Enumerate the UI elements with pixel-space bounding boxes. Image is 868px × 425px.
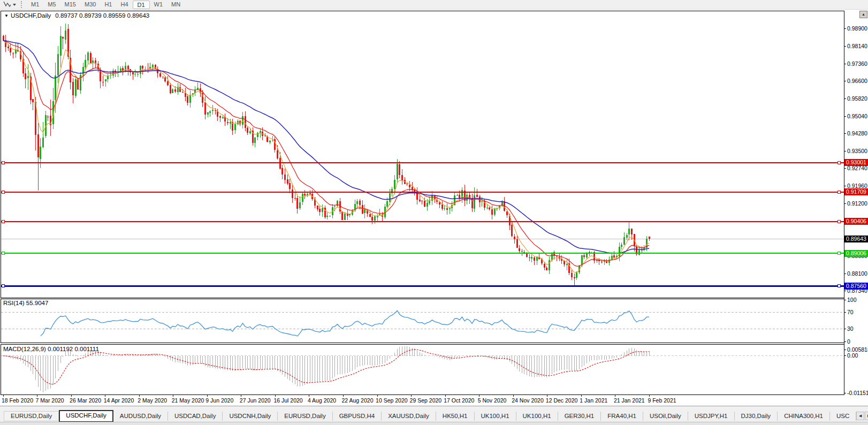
- chart-canvas[interactable]: 0.989000.981400.973600.966000.958200.950…: [0, 10, 868, 406]
- svg-text:70: 70: [847, 309, 854, 315]
- tab-uk100-h1[interactable]: UK100,H1: [516, 412, 558, 421]
- svg-text:0.87560: 0.87560: [846, 283, 866, 289]
- tab-fra40-h1[interactable]: FRA40,H1: [601, 412, 643, 421]
- price-axis: 0.989000.981400.973600.966000.958200.950…: [844, 11, 868, 396]
- svg-text:0.94280: 0.94280: [847, 130, 867, 136]
- timeframe-button-d1[interactable]: D1: [133, 1, 150, 9]
- svg-text:0.005818: 0.005818: [847, 346, 868, 353]
- chart-scroll-up-button[interactable]: ▲: [859, 11, 867, 18]
- svg-text:0.95040: 0.95040: [847, 113, 867, 119]
- svg-text:0.93001: 0.93001: [846, 159, 866, 165]
- chart-title: ▼USDCHF,Daily0.89737 0.89739 0.89559 0.8…: [4, 12, 149, 19]
- svg-text:0: 0: [847, 338, 850, 345]
- chevron-down-icon: [13, 4, 16, 6]
- svg-text:0.00: 0.00: [847, 352, 858, 359]
- svg-text:0.90406: 0.90406: [846, 218, 866, 224]
- timeframe-button-m15[interactable]: M15: [60, 1, 80, 9]
- tab-dj30-daily[interactable]: DJ30,Daily: [735, 412, 778, 421]
- svg-text:21 May 2020: 21 May 2020: [172, 397, 204, 404]
- symbol-tabs: EURUSD,DailyUSDCHF,DailyAUDUSD,DailyUSDC…: [4, 410, 856, 422]
- tab-gbpusd-h4[interactable]: GBPUSD,H4: [333, 412, 382, 421]
- svg-text:0.96600: 0.96600: [847, 78, 867, 84]
- svg-text:0.98140: 0.98140: [847, 43, 867, 49]
- svg-text:9 Feb 2021: 9 Feb 2021: [648, 397, 676, 404]
- timeframe-button-m5[interactable]: M5: [43, 1, 60, 9]
- symbol-tabbar: EURUSD,DailyUSDCHF,DailyAUDUSD,DailyUSDC…: [0, 410, 868, 422]
- toolbar-grip: [21, 1, 22, 8]
- collapse-triangle-icon[interactable]: ▼: [4, 13, 9, 18]
- timeframe-button-mn[interactable]: MN: [167, 1, 185, 9]
- svg-text:0.95820: 0.95820: [847, 95, 867, 102]
- svg-text:18 Feb 2020: 18 Feb 2020: [2, 397, 33, 404]
- svg-text:0.89006: 0.89006: [846, 250, 866, 256]
- svg-text:4 Aug 2020: 4 Aug 2020: [308, 397, 336, 404]
- tab-scroll-right-button[interactable]: ▶: [865, 412, 868, 420]
- tab-xauusd-daily[interactable]: XAUUSD,Daily: [382, 412, 436, 421]
- tab-audusd-daily[interactable]: AUDUSD,Daily: [113, 412, 168, 421]
- tab-china300-h1[interactable]: CHINA300,H1: [778, 412, 830, 421]
- tab-eurusd-daily[interactable]: EURUSD,Daily: [4, 411, 59, 421]
- cursor-tool-button[interactable]: [2, 1, 18, 9]
- timeframe-buttons: M1M5M15M30H1H4D1W1MN: [27, 1, 185, 9]
- svg-text:10 Sep 2020: 10 Sep 2020: [376, 397, 408, 404]
- svg-text:0.98900: 0.98900: [847, 25, 867, 32]
- tab-eurusd-daily[interactable]: EURUSD,Daily: [278, 412, 332, 421]
- tab-scroll-left-button[interactable]: ◀: [856, 412, 864, 420]
- svg-text:0.93500: 0.93500: [847, 148, 867, 154]
- timeframe-button-m30[interactable]: M30: [80, 1, 100, 9]
- date-axis: 18 Feb 20207 Mar 202026 Mar 202014 Apr 2…: [2, 394, 676, 404]
- svg-text:0.89643: 0.89643: [846, 236, 866, 242]
- svg-text:2 May 2020: 2 May 2020: [138, 397, 167, 404]
- chart-ohlc-values: 0.89737 0.89739 0.89559 0.89643: [55, 12, 149, 19]
- svg-text:5 Nov 2020: 5 Nov 2020: [478, 397, 507, 404]
- tab-ger30-h1[interactable]: GER30,H1: [558, 412, 601, 421]
- tab-usdchf-daily[interactable]: USDCHF,Daily: [59, 410, 113, 422]
- svg-text:7 Mar 2020: 7 Mar 2020: [36, 397, 64, 404]
- svg-text:0.91200: 0.91200: [847, 200, 867, 207]
- svg-text:100: 100: [847, 297, 857, 303]
- chart-area: 0.989000.981400.973600.966000.958200.950…: [0, 10, 868, 406]
- tab-usc[interactable]: USC: [830, 412, 856, 421]
- svg-text:24 Nov 2020: 24 Nov 2020: [512, 397, 544, 404]
- svg-text:1 Jan 2021: 1 Jan 2021: [580, 397, 607, 404]
- timeframe-button-w1[interactable]: W1: [150, 1, 167, 9]
- bottom-edge-strip: [0, 422, 868, 425]
- timeframe-button-h1[interactable]: H1: [100, 1, 116, 9]
- tab-scroll-buttons: ◀ ▶: [856, 412, 868, 420]
- svg-text:0.91709: 0.91709: [846, 188, 866, 195]
- svg-text:26 Mar 2020: 26 Mar 2020: [70, 397, 101, 404]
- svg-text:27 Jun 2020: 27 Jun 2020: [240, 397, 271, 404]
- svg-text:22 Aug 2020: 22 Aug 2020: [342, 397, 374, 404]
- tab-uk100-h1[interactable]: UK100,H1: [475, 412, 516, 421]
- macd-indicator-label: MACD(12,26,9) 0.001192 0.001111: [3, 346, 99, 352]
- svg-text:9 Jun 2020: 9 Jun 2020: [205, 397, 233, 404]
- tab-usoil-daily[interactable]: USOil,Daily: [643, 412, 688, 421]
- rsi-indicator-label: RSI(14) 55.9047: [3, 300, 48, 306]
- svg-text:12 Dec 2020: 12 Dec 2020: [546, 397, 578, 404]
- timeframe-button-h4[interactable]: H4: [116, 1, 132, 9]
- tab-hk50-h1[interactable]: HK50,H1: [436, 412, 475, 421]
- tab-usdcnh-daily[interactable]: USDCNH,Daily: [223, 412, 278, 421]
- svg-text:0.97360: 0.97360: [847, 60, 867, 67]
- chart-symbol-label: USDCHF,Daily: [11, 12, 51, 19]
- top-toolbar: M1M5M15M30H1H4D1W1MN: [0, 0, 868, 10]
- crosshair-cursor-icon: [3, 0, 11, 10]
- svg-text:17 Oct 2020: 17 Oct 2020: [444, 397, 474, 404]
- tab-usdcad-daily[interactable]: USDCAD,Daily: [168, 412, 223, 421]
- svg-text:0.88100: 0.88100: [847, 270, 867, 277]
- svg-text:29 Sep 2020: 29 Sep 2020: [410, 397, 442, 404]
- svg-text:14 Apr 2020: 14 Apr 2020: [104, 397, 134, 404]
- svg-text:16 Jul 2020: 16 Jul 2020: [273, 397, 302, 404]
- svg-text:21 Jan 2021: 21 Jan 2021: [614, 397, 645, 404]
- svg-text:-0.011514: -0.011514: [847, 390, 868, 396]
- timeframe-button-m1[interactable]: M1: [27, 1, 43, 9]
- svg-text:30: 30: [847, 325, 854, 332]
- tab-usdjpy-h1[interactable]: USDJPY,H1: [688, 412, 735, 421]
